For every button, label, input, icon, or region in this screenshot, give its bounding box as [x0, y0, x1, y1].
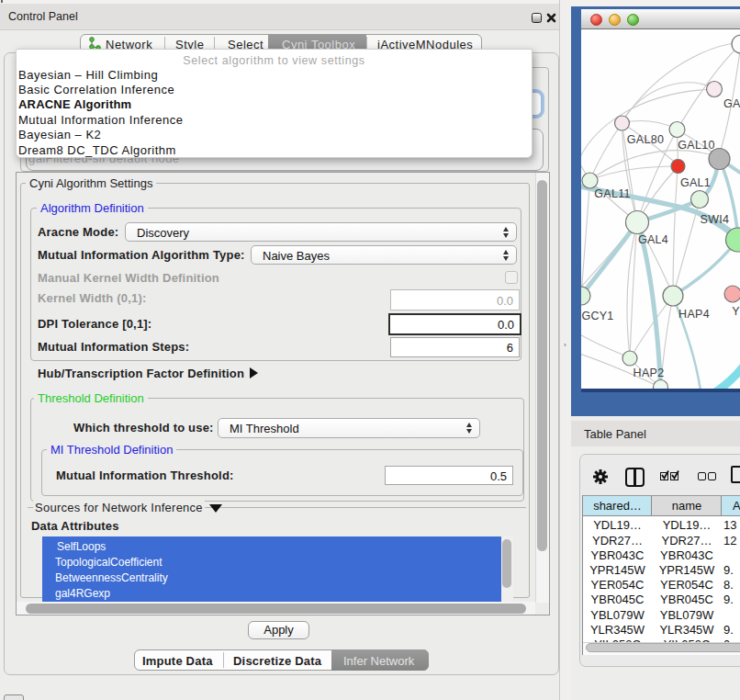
svg-text:GCY1: GCY1: [581, 310, 613, 322]
svg-text:GAL1: GAL1: [680, 176, 711, 189]
svg-text:GAL7: GAL7: [723, 97, 740, 110]
svg-text:GAL4: GAL4: [638, 233, 668, 246]
svg-text:GAL10: GAL10: [678, 139, 714, 152]
svg-text:GAL11: GAL11: [594, 187, 631, 200]
svg-text:GAL80: GAL80: [627, 133, 664, 146]
svg-text:SWI4: SWI4: [701, 213, 730, 226]
svg-text:HAP2: HAP2: [633, 367, 665, 379]
svg-text:Y: Y: [732, 305, 740, 318]
svg-text:HAP4: HAP4: [678, 308, 710, 321]
